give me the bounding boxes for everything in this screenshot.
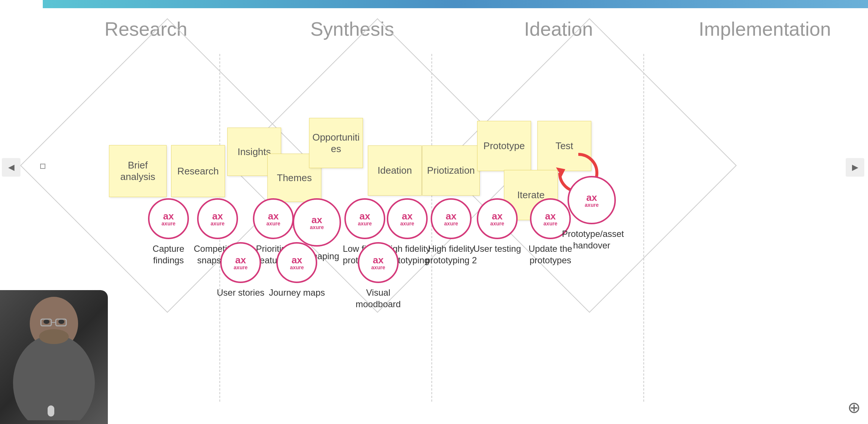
left-nav-arrow[interactable]: ◀ [2,158,20,177]
person-silhouette [4,294,104,420]
axure-user-testing: ax axure User testing [473,198,521,254]
sticky-prototype: Prototype [477,121,531,171]
axure-prototype-asset-handover: ax axure Prototype/asset handover [562,176,621,251]
sticky-priotization: Priotization [422,145,480,196]
left-handle [40,164,45,169]
svg-rect-9 [48,405,54,417]
move-cursor-icon[interactable]: ⊕ [848,398,861,417]
axure-user-stories: ax axure User stories [217,242,264,298]
divider-3 [643,54,644,402]
webcam-overlay [0,290,108,424]
svg-point-4 [58,319,64,324]
sticky-brief-analysis: Brief analysis [109,145,167,197]
diagram-area: Brief analysis Research Insights Themes … [43,32,868,424]
axure-visual-moodboard: ax axure Visual moodboard [348,242,408,310]
svg-point-3 [44,319,49,324]
webcam-inner [0,290,108,424]
sticky-research: Research [171,145,225,197]
right-nav-arrow[interactable]: ▶ [846,158,864,177]
axure-high-fidelity-2: ax axure High fidelity prototyping 2 [421,198,481,266]
axure-journey-maps: ax axure Journey maps [269,242,325,298]
svg-point-8 [39,329,69,344]
sticky-ideation: Ideation [368,145,422,196]
sticky-opportunities: Opportuniti es [309,118,363,168]
top-bar [43,0,868,8]
